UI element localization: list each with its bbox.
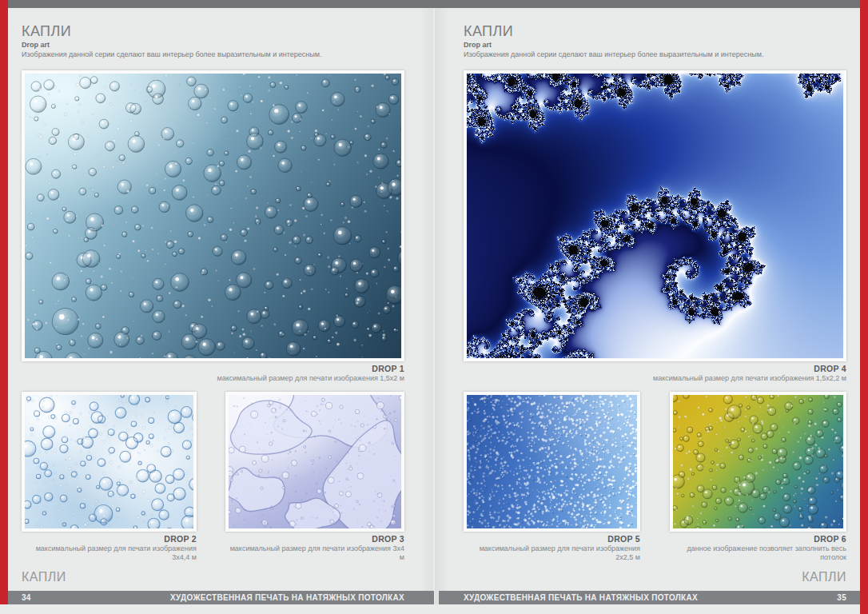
drop-size-note: максимальный размер для печати изображен… xyxy=(230,544,404,561)
drop-name: DROP 1 xyxy=(22,364,404,374)
drop-name: DROP 3 xyxy=(225,534,404,544)
footer-bar-left: 34 ХУДОЖЕСТВЕННАЯ ПЕЧАТЬ НА НАТЯЖНЫХ ПОТ… xyxy=(8,591,434,604)
drop-size-note: максимальный размер для печати изображен… xyxy=(217,374,404,382)
photo-drop-2 xyxy=(22,392,197,532)
footer-section-title: КАПЛИ xyxy=(802,570,846,584)
drop-3-image xyxy=(229,395,401,528)
drop-size-note: максимальный размер для печати изображен… xyxy=(480,544,640,561)
page-number: 35 xyxy=(837,593,846,602)
series-description: Изображения данной серии сделают ваш инт… xyxy=(22,50,321,58)
left-page: КАПЛИ Drop art Изображения данной серии … xyxy=(8,8,434,604)
top-accent-bar xyxy=(8,0,860,8)
drop-name: DROP 4 xyxy=(464,364,846,374)
drop-size-note: максимальный размер для печати изображен… xyxy=(653,374,846,382)
drop-size-note: максимальный размер для печати изображен… xyxy=(36,544,197,561)
right-page: КАПЛИ Drop art Изображения данной серии … xyxy=(434,8,860,604)
drop-name: DROP 2 xyxy=(22,534,197,544)
page-title: КАПЛИ xyxy=(22,23,71,40)
drop-1-image xyxy=(25,74,401,358)
series-name: Drop art xyxy=(22,41,397,50)
catalog-spread-frame: КАПЛИ Drop art Изображения данной серии … xyxy=(0,0,868,614)
series-block: Drop art Изображения данной серии сделаю… xyxy=(464,41,839,59)
footer-section-title: КАПЛИ xyxy=(22,570,66,584)
caption-drop-5: DROP 5 максимальный размер для печати из… xyxy=(464,534,640,562)
series-name: Drop art xyxy=(464,41,839,50)
bottom-strip xyxy=(0,604,860,614)
footer-bar-title: ХУДОЖЕСТВЕННАЯ ПЕЧАТЬ НА НАТЯЖНЫХ ПОТОЛК… xyxy=(464,593,698,602)
drop-6-image xyxy=(673,395,843,528)
caption-drop-2: DROP 2 максимальный размер для печати из… xyxy=(22,534,197,562)
page-number: 34 xyxy=(22,593,31,602)
series-block: Drop art Изображения данной серии сделаю… xyxy=(22,41,397,59)
page-spread: КАПЛИ Drop art Изображения данной серии … xyxy=(8,8,860,604)
drop-4-image xyxy=(467,74,843,358)
drop-2-image xyxy=(25,395,193,528)
photo-drop-6 xyxy=(670,392,846,532)
series-description: Изображения данной серии сделают ваш инт… xyxy=(464,50,763,58)
drop-name: DROP 6 xyxy=(670,534,846,544)
photo-drop-1 xyxy=(22,70,404,361)
fractal-canvas xyxy=(467,74,843,358)
drop-name: DROP 5 xyxy=(464,534,640,544)
caption-drop-6: DROP 6 данное изображение позволяет запо… xyxy=(670,534,846,562)
drop-5-image xyxy=(467,395,637,528)
caption-drop-4: DROP 4 максимальный размер для печати из… xyxy=(464,364,846,383)
page-title: КАПЛИ xyxy=(464,23,513,40)
caption-drop-1: DROP 1 максимальный размер для печати из… xyxy=(22,364,404,383)
caption-drop-3: DROP 3 максимальный размер для печати из… xyxy=(225,534,404,562)
photo-drop-5 xyxy=(464,392,640,532)
photo-drop-3 xyxy=(225,392,404,532)
footer-bar-title: ХУДОЖЕСТВЕННАЯ ПЕЧАТЬ НА НАТЯЖНЫХ ПОТОЛК… xyxy=(170,593,404,602)
photo-drop-4 xyxy=(464,70,846,361)
drop-size-note: данное изображение позволяет заполнить в… xyxy=(687,544,846,561)
footer-bar-right: ХУДОЖЕСТВЕННАЯ ПЕЧАТЬ НА НАТЯЖНЫХ ПОТОЛК… xyxy=(439,591,860,604)
